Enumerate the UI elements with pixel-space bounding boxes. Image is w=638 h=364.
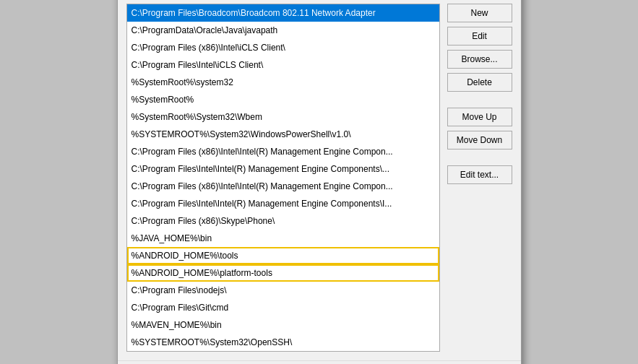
- list-item[interactable]: %SYSTEMROOT%\System32\WindowsPowerShell\…: [127, 126, 439, 143]
- list-item[interactable]: C:\Program Files\Intel\iCLS Client\: [127, 56, 439, 74]
- dialog-content: C:\Program Files\Broadcom\Broadcom 802.1…: [118, 0, 521, 360]
- list-item[interactable]: C:\ProgramData\Oracle\Java\javapath: [127, 22, 439, 39]
- list-item[interactable]: C:\Program Files\Intel\Intel(R) Manageme…: [127, 195, 439, 212]
- move-up-button[interactable]: Move Up: [447, 108, 512, 126]
- list-container: C:\Program Files\Broadcom\Broadcom 802.1…: [126, 4, 440, 352]
- browse-button[interactable]: Browse...: [447, 50, 512, 69]
- list-item[interactable]: %SystemRoot%: [127, 91, 439, 108]
- dialog-footer: OK Cancel: [118, 360, 521, 364]
- list-item[interactable]: %SystemRoot%\system32: [127, 74, 439, 91]
- list-item[interactable]: C:\Program Files\Broadcom\Broadcom 802.1…: [127, 4, 439, 22]
- list-item[interactable]: C:\Program Files\Intel\Intel(R) Manageme…: [127, 160, 439, 178]
- list-item[interactable]: C:\Program Files (x86)\Skype\Phone\: [127, 212, 439, 230]
- list-item[interactable]: C:\Program Files (x86)\Intel\Intel(R) Ma…: [127, 178, 439, 195]
- list-item[interactable]: %ANDROID_HOME%\tools: [127, 247, 439, 264]
- list-item[interactable]: C:\Program Files\Git\cmd: [127, 299, 439, 316]
- list-item[interactable]: C:\Program Files\nodejs\: [127, 282, 439, 299]
- list-item[interactable]: %JAVA_HOME%\bin: [127, 230, 439, 247]
- env-var-list[interactable]: C:\Program Files\Broadcom\Broadcom 802.1…: [126, 4, 440, 352]
- action-buttons: New Edit Browse... Delete Move Up Move D…: [447, 4, 512, 352]
- edit-env-var-dialog: Edit environment variable ✕ C:\Program F…: [117, 0, 522, 364]
- move-down-button[interactable]: Move Down: [447, 131, 512, 150]
- edit-text-button[interactable]: Edit text...: [447, 165, 512, 184]
- list-item[interactable]: C:\Program Files (x86)\Intel\iCLS Client…: [127, 39, 439, 56]
- delete-button[interactable]: Delete: [447, 73, 512, 92]
- new-button[interactable]: New: [447, 4, 512, 22]
- list-item[interactable]: %SystemRoot%\System32\Wbem: [127, 108, 439, 126]
- list-item[interactable]: %MAVEN_HOME%\bin: [127, 316, 439, 334]
- list-item[interactable]: C:\Program Files (x86)\Intel\Intel(R) Ma…: [127, 143, 439, 160]
- edit-button[interactable]: Edit: [447, 27, 512, 46]
- list-item[interactable]: %SYSTEMROOT%\System32\OpenSSH\: [127, 334, 439, 351]
- list-item[interactable]: %ANDROID_HOME%\platform-tools: [127, 264, 439, 282]
